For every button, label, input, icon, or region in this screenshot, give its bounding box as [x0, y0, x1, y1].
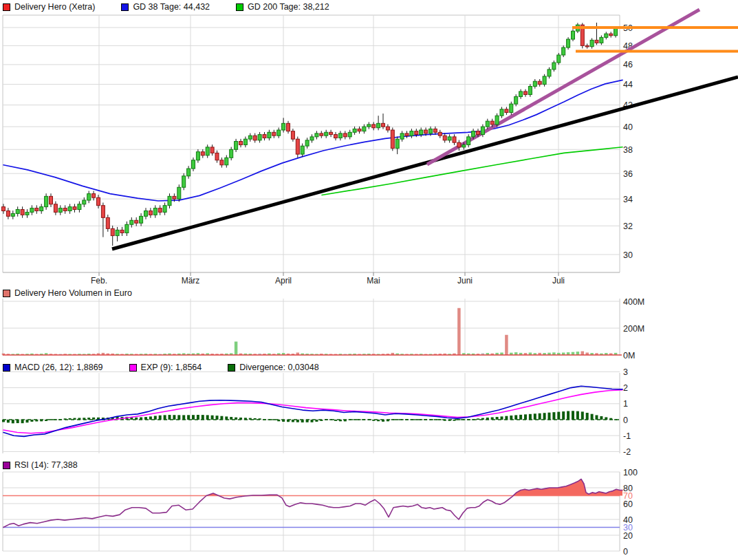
rsi-label: RSI (14): 77,388: [14, 460, 78, 470]
svg-text:April: April: [275, 276, 292, 286]
legend-item-rsi: RSI (14): 77,388: [3, 460, 78, 470]
svg-text:0: 0: [623, 547, 628, 557]
svg-text:Feb.: Feb.: [91, 276, 107, 286]
macd-legend: MACD (26, 12): 1,8869 EXP (9): 1,8564 Di…: [3, 363, 319, 372]
legend-item-gd38: GD 38 Tage: 44,432: [121, 2, 210, 12]
svg-text:März: März: [182, 276, 200, 286]
gd38-swatch-icon: [121, 3, 129, 11]
svg-text:40: 40: [623, 122, 633, 132]
svg-text:34: 34: [623, 195, 633, 204]
svg-text:38: 38: [623, 145, 633, 155]
price-series-swatch-icon: [3, 3, 10, 11]
gd200-label: GD 200 Tage: 38,212: [248, 2, 329, 12]
svg-text:1: 1: [623, 399, 628, 409]
legend-item-macd: MACD (26, 12): 1,8869: [3, 363, 103, 372]
svg-text:3: 3: [623, 367, 628, 377]
exp-label: EXP (9): 1,8564: [141, 363, 202, 372]
legend-item-gd200: GD 200 Tage: 38,212: [236, 2, 329, 12]
gd38-label: GD 38 Tage: 44,432: [133, 2, 210, 12]
divergence-swatch-icon: [228, 364, 235, 371]
svg-text:46: 46: [623, 60, 633, 69]
svg-text:30: 30: [623, 250, 633, 260]
legend-item-price: Delivery Hero (Xetra): [3, 2, 95, 12]
volume-label: Delivery Hero Volumen in Euro: [14, 288, 132, 298]
stock-chart-screen: Delivery Hero (Xetra) GD 38 Tage: 44,432…: [0, 0, 738, 560]
svg-text:-2: -2: [623, 447, 631, 457]
svg-text:60: 60: [623, 499, 633, 509]
macd-swatch-icon: [3, 364, 10, 371]
price-series-label: Delivery Hero (Xetra): [14, 2, 95, 12]
legend-item-volume: Delivery Hero Volumen in Euro: [3, 288, 132, 298]
chart-canvas: 3032343638404244464850Feb.MärzAprilMaiJu…: [0, 0, 738, 560]
rsi-legend: RSI (14): 77,388: [3, 460, 78, 470]
svg-text:Juli: Juli: [552, 276, 565, 286]
divergence-label: Divergence: 0,03048: [239, 363, 318, 372]
svg-text:-1: -1: [623, 431, 631, 441]
gd200-swatch-icon: [236, 3, 243, 11]
svg-text:2: 2: [623, 383, 628, 393]
svg-text:0: 0: [623, 416, 628, 425]
volume-swatch-icon: [3, 290, 10, 297]
volume-legend: Delivery Hero Volumen in Euro: [3, 288, 132, 298]
exp-swatch-icon: [129, 364, 137, 371]
macd-label: MACD (26, 12): 1,8869: [14, 363, 103, 372]
svg-text:Mai: Mai: [367, 276, 380, 286]
rsi-swatch-icon: [3, 462, 10, 469]
svg-text:20: 20: [623, 531, 633, 541]
svg-text:0M: 0M: [623, 351, 635, 360]
svg-text:44: 44: [623, 80, 633, 89]
legend-item-divergence: Divergence: 0,03048: [228, 363, 318, 372]
svg-text:32: 32: [623, 222, 633, 231]
main-chart-legend: Delivery Hero (Xetra) GD 38 Tage: 44,432…: [3, 2, 329, 12]
svg-text:200M: 200M: [623, 324, 644, 334]
svg-text:36: 36: [623, 169, 633, 179]
svg-text:100: 100: [623, 468, 638, 477]
svg-text:400M: 400M: [623, 297, 644, 307]
svg-text:Juni: Juni: [457, 276, 473, 286]
legend-item-exp: EXP (9): 1,8564: [129, 363, 202, 372]
